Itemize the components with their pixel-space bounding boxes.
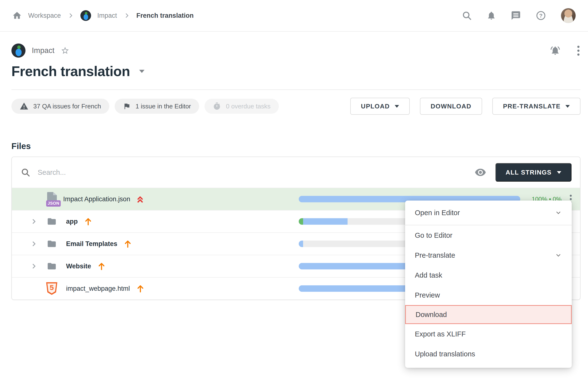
priority-high-icon bbox=[124, 239, 132, 248]
caret-down-icon bbox=[395, 105, 399, 108]
caret-down-icon bbox=[557, 171, 561, 174]
menu-item-label: Preview bbox=[415, 291, 440, 299]
breadcrumb-current: French translation bbox=[136, 12, 194, 20]
stopwatch-icon bbox=[213, 102, 221, 110]
warning-triangle-icon bbox=[20, 102, 28, 111]
menu-item-label: Upload translations bbox=[415, 350, 475, 358]
project-logo bbox=[80, 10, 91, 21]
progress-approved bbox=[299, 218, 303, 225]
download-label: DOWNLOAD bbox=[431, 103, 471, 110]
upload-label: UPLOAD bbox=[361, 103, 390, 110]
breadcrumb-separator-icon bbox=[123, 12, 130, 19]
topbar-actions: ? bbox=[462, 8, 576, 23]
priority-high-icon bbox=[84, 217, 92, 226]
all-strings-label: ALL STRINGS bbox=[506, 169, 552, 176]
chevron-right-icon[interactable] bbox=[30, 218, 46, 225]
breadcrumb-workspace[interactable]: Workspace bbox=[28, 12, 61, 20]
flag-icon bbox=[123, 102, 131, 110]
home-icon[interactable] bbox=[12, 11, 22, 21]
user-avatar[interactable] bbox=[561, 8, 576, 23]
all-strings-filter-button[interactable]: ALL STRINGS bbox=[495, 163, 571, 182]
html-file-icon: 5 bbox=[46, 282, 61, 295]
qa-issues-badge[interactable]: 37 QA issues for French bbox=[11, 99, 109, 114]
search-icon bbox=[21, 167, 30, 177]
progress-translated bbox=[299, 241, 303, 247]
menu-item-label: Open in Editor bbox=[415, 209, 460, 217]
overdue-tasks-badge[interactable]: 0 overdue tasks bbox=[205, 99, 279, 114]
progress-translated bbox=[303, 218, 347, 225]
overdue-tasks-label: 0 overdue tasks bbox=[226, 103, 271, 110]
menu-item-label: Go to Editor bbox=[415, 231, 452, 239]
folder-icon bbox=[46, 217, 61, 226]
priority-high-icon bbox=[136, 284, 145, 293]
caret-down-icon bbox=[566, 105, 570, 108]
action-buttons: UPLOAD DOWNLOAD PRE-TRANSLATE bbox=[350, 98, 581, 115]
folder-name[interactable]: Email Templates bbox=[66, 240, 117, 248]
project-name[interactable]: Impact bbox=[32, 46, 54, 55]
svg-text:?: ? bbox=[539, 12, 543, 19]
pre-translate-label: PRE-TRANSLATE bbox=[503, 103, 561, 110]
file-name[interactable]: Impact Application.json bbox=[63, 195, 130, 203]
file-name[interactable]: impact_webpage.html bbox=[66, 285, 130, 293]
header-divider bbox=[11, 90, 581, 90]
menu-item-label: Add task bbox=[415, 271, 442, 279]
menu-item-label: Export as XLIFF bbox=[415, 330, 466, 338]
html-badge-label: 5 bbox=[46, 282, 57, 295]
json-badge-label: JSON bbox=[46, 200, 61, 207]
file-context-menu: Open in Editor Go to Editor Pre-translat… bbox=[405, 201, 572, 368]
menu-item-download[interactable]: Download bbox=[405, 305, 572, 324]
upload-button[interactable]: UPLOAD bbox=[350, 98, 410, 115]
notifications-bell-icon[interactable] bbox=[486, 11, 496, 21]
folder-name[interactable]: app bbox=[66, 218, 78, 225]
page-title: French translation bbox=[11, 63, 130, 79]
qa-issues-label: 37 QA issues for French bbox=[33, 103, 101, 110]
editor-issues-label: 1 issue in the Editor bbox=[136, 103, 191, 110]
files-section-title: Files bbox=[11, 141, 588, 151]
menu-item-open-in-editor[interactable]: Open in Editor bbox=[405, 201, 572, 225]
menu-item-go-to-editor[interactable]: Go to Editor bbox=[405, 225, 572, 245]
menu-item-label: Pre-translate bbox=[415, 251, 455, 259]
menu-item-pre-translate[interactable]: Pre-translate bbox=[405, 245, 572, 265]
folder-name[interactable]: Website bbox=[66, 263, 91, 270]
breadcrumb-project[interactable]: Impact bbox=[97, 12, 117, 20]
files-search-row: ALL STRINGS bbox=[12, 157, 580, 188]
editor-issues-badge[interactable]: 1 issue in the Editor bbox=[115, 99, 199, 114]
eye-preview-icon[interactable] bbox=[475, 166, 486, 178]
chat-icon[interactable] bbox=[511, 10, 521, 21]
pre-translate-button[interactable]: PRE-TRANSLATE bbox=[492, 98, 581, 115]
folder-icon bbox=[46, 239, 61, 249]
chevron-right-icon[interactable] bbox=[30, 263, 46, 270]
menu-item-export-as-xliff[interactable]: Export as XLIFF bbox=[405, 324, 572, 344]
chevron-down-icon bbox=[555, 251, 562, 259]
menu-item-upload-translations[interactable]: Upload translations bbox=[405, 344, 572, 364]
folder-icon bbox=[46, 261, 61, 271]
menu-item-preview[interactable]: Preview bbox=[405, 285, 572, 305]
project-logo-large[interactable] bbox=[11, 44, 25, 58]
priority-high-icon bbox=[97, 262, 106, 271]
project-menu-kebab-icon[interactable] bbox=[576, 45, 581, 57]
project-header: Impact French translation bbox=[0, 32, 588, 90]
download-button[interactable]: DOWNLOAD bbox=[420, 98, 482, 115]
search-icon[interactable] bbox=[462, 10, 472, 21]
chevron-right-icon[interactable] bbox=[30, 240, 46, 248]
star-favorite-icon[interactable] bbox=[61, 46, 69, 55]
notifications-active-icon[interactable] bbox=[550, 46, 560, 56]
topbar: Workspace Impact French translation ? bbox=[0, 0, 588, 32]
help-icon[interactable]: ? bbox=[536, 10, 546, 21]
json-file-icon: JSON bbox=[46, 192, 58, 206]
title-dropdown-caret-icon[interactable] bbox=[139, 70, 145, 73]
breadcrumb-separator-icon bbox=[67, 12, 74, 19]
status-badges: 37 QA issues for French 1 issue in the E… bbox=[11, 99, 279, 114]
chevron-down-icon bbox=[555, 209, 562, 216]
priority-highest-icon bbox=[136, 194, 144, 204]
menu-item-label: Download bbox=[416, 311, 447, 319]
files-search-input[interactable] bbox=[38, 168, 467, 177]
status-and-actions: 37 QA issues for French 1 issue in the E… bbox=[11, 98, 581, 115]
breadcrumb: Workspace Impact French translation bbox=[12, 10, 194, 21]
menu-item-add-task[interactable]: Add task bbox=[405, 265, 572, 285]
